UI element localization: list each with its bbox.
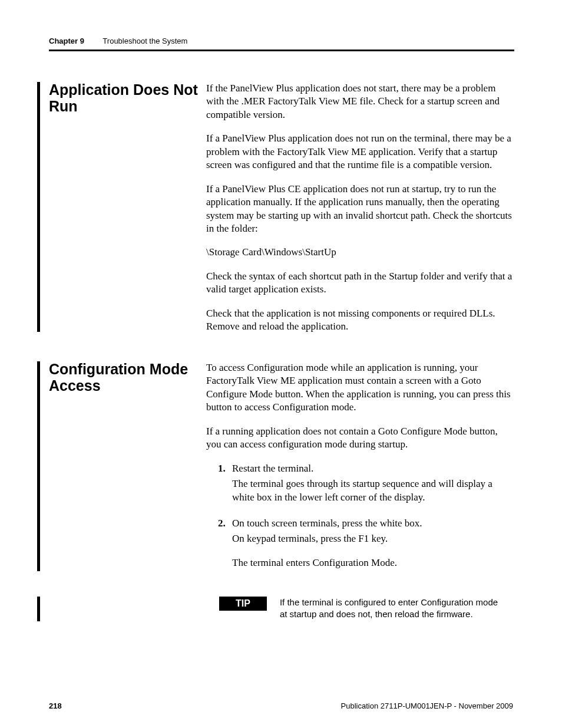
page-number: 218: [49, 701, 62, 710]
step-number: 1.: [218, 462, 226, 475]
running-header: Chapter 9 Troubleshoot the System: [49, 37, 187, 45]
tip-block: TIP If the terminal is configured to ent…: [219, 597, 514, 620]
chapter-title: Troubleshoot the System: [103, 37, 187, 45]
step-list: 1. Restart the terminal. The terminal go…: [218, 462, 513, 570]
paragraph: If a running application does not contai…: [206, 425, 513, 452]
paragraph: If a PanelView Plus CE application does …: [206, 183, 513, 236]
step-trail: On keypad terminals, press the F1 key.: [232, 532, 513, 545]
tip-text: If the terminal is configured to enter C…: [280, 597, 504, 620]
tip-label: TIP: [219, 597, 267, 611]
revision-bar: [37, 597, 40, 621]
paragraph: If a PanelView Plus application does not…: [206, 132, 513, 172]
publication-id: Publication 2711P-UM001JEN-P - November …: [341, 701, 513, 710]
page: Chapter 9 Troubleshoot the System Applic…: [0, 0, 562, 728]
section-body-app-not-run: If the PanelView Plus application does n…: [206, 82, 513, 344]
paragraph: Check that the application is not missin…: [206, 307, 513, 334]
chapter-label: Chapter 9: [49, 37, 84, 45]
step-number: 2.: [218, 517, 226, 530]
step-lead: Restart the terminal.: [232, 462, 513, 475]
paragraph: If the PanelView Plus application does n…: [206, 82, 513, 121]
section-heading-app-not-run: Application Does Not Run: [49, 82, 202, 114]
paragraph: Check the syntax of each shortcut path i…: [206, 270, 513, 297]
paragraph: To access Configuration mode while an ap…: [206, 361, 513, 414]
list-item: 2. On touch screen terminals, press the …: [218, 517, 513, 569]
revision-bar: [37, 82, 40, 332]
section-heading-config-mode: Configuration Mode Access: [49, 361, 202, 394]
step-trail: The terminal goes through its startup se…: [232, 477, 513, 504]
path-text: \Storage Card\Windows\StartUp: [206, 246, 513, 259]
header-rule: [49, 50, 514, 51]
section-body-config-mode: To access Configuration mode while an ap…: [206, 361, 513, 577]
list-item: 1. Restart the terminal. The terminal go…: [218, 462, 513, 504]
step-trail: The terminal enters Configuration Mode.: [232, 556, 513, 569]
revision-bar: [37, 361, 40, 571]
step-lead: On touch screen terminals, press the whi…: [232, 517, 513, 530]
